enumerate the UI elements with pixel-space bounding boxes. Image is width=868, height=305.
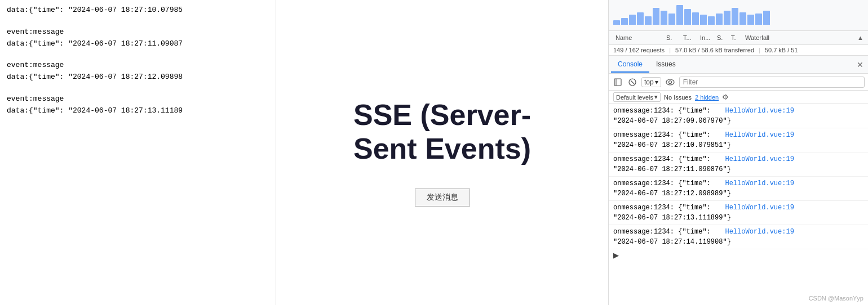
wbar (739, 12, 746, 25)
console-message-5: onmessage:1234: {"time": HelloWorld.vue:… (609, 225, 868, 249)
svg-point-4 (666, 79, 674, 85)
event-data-3: data:{"time": "2024-06-07 18:27:13.11189 (7, 105, 269, 117)
context-selector[interactable]: top ▾ (641, 77, 661, 87)
msg-prefix-3: onmessage:1234: {"time": (613, 178, 723, 189)
msg-prefix-2: onmessage:1234: {"time": (613, 154, 723, 164)
msg-prefix-4: onmessage:1234: {"time": (613, 203, 723, 213)
live-expression-icon[interactable] (665, 77, 676, 88)
size-stat: 50.7 kB / 51 (765, 47, 798, 53)
console-message-4: onmessage:1234: {"time": HelloWorld.vue:… (609, 201, 868, 225)
transferred-stat: 57.0 kB / 58.6 kB transferred (675, 47, 754, 53)
col-status[interactable]: S. (664, 33, 681, 42)
tab-issues[interactable]: Issues (649, 57, 683, 73)
wbar (684, 9, 691, 25)
event-type-1: event:message (7, 26, 269, 38)
console-message-2: onmessage:1234: {"time": HelloWorld.vue:… (609, 152, 868, 177)
event-data-1: data:{"time": "2024-06-07 18:27:11.09087 (7, 38, 269, 50)
scroll-up-icon[interactable]: ▲ (857, 34, 863, 41)
network-table-header: Name S. T... In... S. T. Waterfall ▲ (609, 31, 868, 45)
levels-chevron-icon: ▾ (654, 93, 658, 101)
console-message-0: onmessage:1234: {"time": HelloWorld.vue:… (609, 104, 868, 128)
event-data-2: data:{"time": "2024-06-07 18:27:12.09898 (7, 71, 269, 83)
event-block-1: event:message data:{"time": "2024-06-07 … (7, 26, 269, 50)
csdn-watermark: CSDN @MasonYyp (809, 295, 863, 302)
context-dropdown-icon: ▾ (655, 78, 658, 86)
col-size[interactable]: S. (715, 33, 729, 42)
wbar (747, 15, 754, 25)
console-expand-arrow[interactable]: ▶ (609, 249, 868, 261)
svg-line-3 (631, 80, 634, 84)
msg-link-5[interactable]: HelloWorld.vue:19 (725, 227, 794, 237)
msg-link-1[interactable]: HelloWorld.vue:19 (725, 130, 794, 140)
default-levels-dropdown[interactable]: Default levels ▾ (613, 92, 661, 102)
event-block-0: data:{"time": "2024-06-07 18:27:10.07985 (7, 5, 269, 16)
wbar (621, 18, 628, 25)
hidden-count[interactable]: 2 hidden (695, 94, 719, 101)
waterfall-bars (613, 2, 863, 25)
col-name[interactable]: Name (613, 33, 664, 42)
wbar (732, 8, 738, 25)
middle-panel: SSE (Server- Sent Events) 发送消息 (276, 0, 609, 305)
svg-point-5 (668, 80, 671, 83)
devtools-panel: Name S. T... In... S. T. Waterfall ▲ 149… (609, 0, 868, 305)
msg-link-2[interactable]: HelloWorld.vue:19 (725, 154, 794, 164)
col-time[interactable]: T. (729, 33, 743, 42)
devtools-tabs: Console Issues ✕ (609, 56, 868, 74)
settings-gear-icon[interactable]: ⚙ (722, 93, 729, 101)
wbar (613, 20, 620, 25)
console-messages: onmessage:1234: {"time": HelloWorld.vue:… (609, 104, 868, 305)
msg-data-2: "2024-06-07 18:27:11.090876"} (613, 164, 863, 174)
network-stats: 149 / 162 requests | 57.0 kB / 58.6 kB t… (609, 45, 868, 56)
msg-link-4[interactable]: HelloWorld.vue:19 (725, 203, 794, 213)
devtools-close-button[interactable]: ✕ (854, 59, 866, 70)
console-toolbar: top ▾ (609, 74, 868, 91)
wbar (700, 15, 707, 25)
wbar (716, 14, 723, 25)
msg-prefix-5: onmessage:1234: {"time": (613, 227, 723, 237)
event-data-0: data:{"time": "2024-06-07 18:27:10.07985 (7, 5, 269, 16)
sse-title: SSE (Server- Sent Events) (353, 98, 531, 166)
network-waterfall-chart (609, 0, 868, 31)
event-type-2: event:message (7, 60, 269, 71)
col-initiator[interactable]: In... (698, 33, 715, 42)
event-block-3: event:message data:{"time": "2024-06-07 … (7, 93, 269, 117)
wbar (763, 11, 770, 25)
context-label: top (644, 78, 654, 86)
wbar (708, 16, 715, 25)
console-levels-bar: Default levels ▾ No Issues 2 hidden ⚙ (609, 91, 868, 104)
event-type-3: event:message (7, 93, 269, 105)
tab-console[interactable]: Console (611, 57, 649, 73)
sidebar-toggle-icon[interactable] (612, 77, 623, 88)
wbar (755, 14, 762, 25)
console-message-3: onmessage:1234: {"time": HelloWorld.vue:… (609, 177, 868, 201)
wbar (653, 8, 659, 25)
requests-count: 149 / 162 requests (613, 47, 665, 53)
msg-data-1: "2024-06-07 18:27:10.079851"} (613, 140, 863, 150)
wbar (724, 11, 730, 25)
wbar (676, 5, 683, 25)
console-message-1: onmessage:1234: {"time": HelloWorld.vue:… (609, 128, 868, 152)
msg-data-4: "2024-06-07 18:27:13.111899"} (613, 213, 863, 223)
levels-label: Default levels (616, 94, 653, 101)
send-message-button[interactable]: 发送消息 (415, 189, 470, 207)
svg-rect-0 (614, 79, 621, 86)
msg-link-3[interactable]: HelloWorld.vue:19 (725, 178, 794, 189)
wbar (637, 12, 644, 25)
wbar (629, 15, 636, 25)
msg-link-0[interactable]: HelloWorld.vue:19 (725, 106, 794, 116)
msg-data-0: "2024-06-07 18:27:09.067970"} (613, 116, 863, 126)
sse-title-line1: SSE (Server- (353, 98, 531, 131)
wbar (645, 16, 652, 25)
wbar (661, 11, 667, 25)
clear-console-icon[interactable] (627, 77, 638, 88)
wbar (668, 14, 675, 25)
col-type[interactable]: T... (681, 33, 698, 42)
event-block-2: event:message data:{"time": "2024-06-07 … (7, 60, 269, 83)
left-panel: data:{"time": "2024-06-07 18:27:10.07985… (0, 0, 276, 305)
msg-prefix-0: onmessage:1234: {"time": (613, 106, 723, 116)
msg-prefix-1: onmessage:1234: {"time": (613, 130, 723, 140)
msg-data-5: "2024-06-07 18:27:14.119908"} (613, 237, 863, 247)
no-issues-label: No Issues (664, 94, 692, 101)
col-waterfall[interactable]: Waterfall (743, 33, 857, 42)
console-filter-input[interactable] (679, 77, 865, 88)
